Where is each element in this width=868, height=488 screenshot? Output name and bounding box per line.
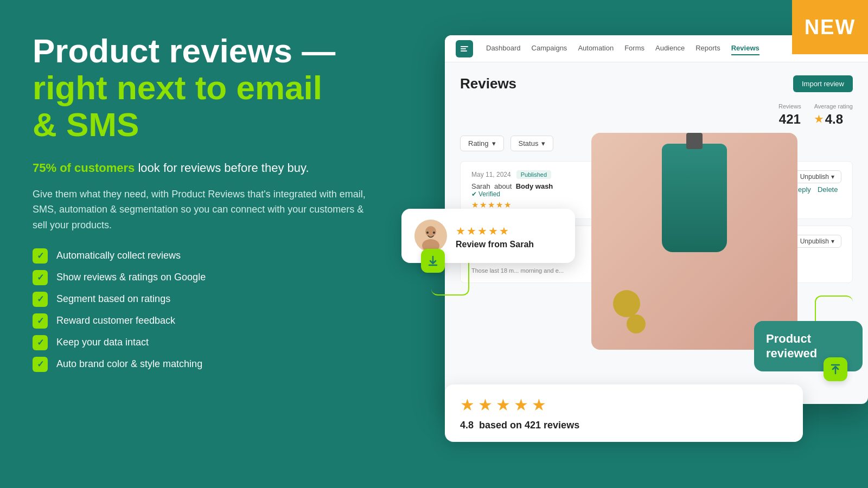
- rating-text: 4.8 based on 421 reviews: [460, 420, 788, 431]
- floating-review-card: ★ ★ ★ ★ ★ Review from Sarah: [401, 209, 575, 263]
- nav-reviews[interactable]: Reviews: [731, 42, 760, 55]
- list-item: ✓ Reward customer feedback: [33, 313, 369, 329]
- product-bottle: [662, 144, 727, 252]
- nav-logo: [456, 40, 473, 57]
- star-icon: ★: [460, 395, 475, 414]
- download-badge: [421, 249, 445, 273]
- star-icon: ★: [499, 224, 509, 237]
- check-icon: ✓: [33, 292, 48, 307]
- floating-review-content: ★ ★ ★ ★ ★ Review from Sarah: [456, 222, 534, 249]
- nav-forms[interactable]: Forms: [624, 42, 644, 55]
- list-item: ✓ Segment based on ratings: [33, 292, 369, 307]
- new-badge-text: NEW: [805, 16, 856, 39]
- stats-row: Reviews 421 Average rating ★ 4.8: [460, 103, 853, 127]
- list-item: ✓ Auto brand color & style matching: [33, 357, 369, 372]
- star-icon: ★: [496, 395, 510, 414]
- check-icon: ✓: [33, 248, 48, 264]
- unpublish-button-2[interactable]: Unpublish ▾: [793, 235, 841, 248]
- check-icon: ✓: [33, 270, 48, 285]
- star-icon: ★: [478, 395, 493, 414]
- nav-automation[interactable]: Automation: [578, 42, 614, 55]
- list-item: ✓ Automatically collect reviews: [33, 248, 369, 264]
- list-item: ✓ Keep your data intact: [33, 335, 369, 350]
- rating-filter[interactable]: Rating ▾: [460, 136, 504, 151]
- feature-list: ✓ Automatically collect reviews ✓ Show r…: [33, 248, 369, 372]
- star-icon: ★: [532, 395, 546, 414]
- review-from-label: Review from Sarah: [456, 240, 534, 249]
- left-panel: Product reviews — right next to email & …: [33, 33, 369, 378]
- big-stars: ★ ★ ★ ★ ★: [460, 395, 788, 414]
- description: Give them what they need, with Product R…: [33, 187, 369, 233]
- main-title: Product reviews — right next to email & …: [33, 33, 369, 144]
- review-actions-2: Unpublish ▾: [793, 235, 841, 248]
- review-actions-1: Unpublish ▾ Reply Delete: [793, 170, 841, 194]
- product-reviewed-title: Product reviewed: [766, 332, 851, 361]
- new-badge: NEW: [792, 0, 868, 54]
- svg-point-4: [426, 232, 429, 234]
- status-filter[interactable]: Status ▾: [510, 136, 554, 151]
- reviews-header: Reviews Import review: [460, 75, 853, 92]
- nav-campaigns[interactable]: Campaigns: [532, 42, 567, 55]
- right-panel: Dashboard Campaigns Automation Forms Aud…: [401, 35, 868, 447]
- nav-items: Dashboard Campaigns Automation Forms Aud…: [486, 42, 760, 55]
- list-item: ✓ Show reviews & ratings on Google: [33, 270, 369, 285]
- star-icon: ★: [456, 224, 465, 237]
- star-icon: ★: [814, 113, 823, 125]
- unpublish-button-1[interactable]: Unpublish ▾: [793, 170, 841, 183]
- upload-badge: [824, 357, 847, 381]
- delete-link[interactable]: Delete: [818, 185, 838, 194]
- star-icon: ★: [488, 224, 498, 237]
- check-icon: ✓: [33, 357, 48, 372]
- subtitle: 75% of customers look for reviews before…: [33, 159, 369, 177]
- decorative-ball-1: [613, 290, 640, 317]
- stars-row-floating: ★ ★ ★ ★ ★: [456, 224, 534, 237]
- nav-dashboard[interactable]: Dashboard: [486, 42, 521, 55]
- product-image: [591, 133, 797, 350]
- svg-point-5: [433, 232, 435, 234]
- reviews-title: Reviews: [460, 75, 516, 92]
- nav-audience[interactable]: Audience: [655, 42, 685, 55]
- import-review-button[interactable]: Import review: [793, 75, 853, 92]
- decorative-ball-2: [627, 314, 646, 333]
- star-icon: ★: [514, 395, 528, 414]
- svg-point-2: [425, 226, 436, 237]
- avg-rating-stat: Average rating ★ 4.8: [814, 103, 853, 127]
- star-icon: ★: [477, 224, 487, 237]
- product-reviewed-card: Product reviewed: [754, 321, 863, 371]
- nav-reports[interactable]: Reports: [695, 42, 720, 55]
- check-icon: ✓: [33, 313, 48, 329]
- check-icon: ✓: [33, 335, 48, 350]
- star-icon: ★: [467, 224, 476, 237]
- avatar: [414, 220, 447, 252]
- action-links-1: Reply Delete: [793, 185, 841, 194]
- reviews-count-stat: Reviews 421: [778, 103, 801, 127]
- rating-card: ★ ★ ★ ★ ★ 4.8 based on 421 reviews: [445, 384, 803, 442]
